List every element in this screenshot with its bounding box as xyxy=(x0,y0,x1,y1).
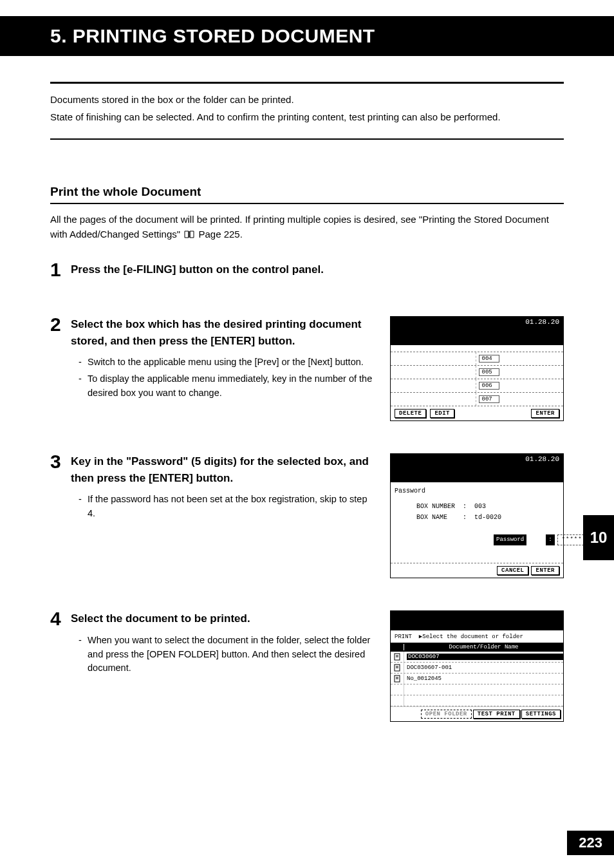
document-icon xyxy=(394,664,400,672)
password-section-label: Password xyxy=(391,486,563,496)
box-number-label: BOX NUMBER xyxy=(416,503,455,510)
step-heading: Key in the "Password" (5 digits) for the… xyxy=(71,453,377,486)
step-bullet: To display the applicable menu immediate… xyxy=(71,372,377,401)
panel-header-blank xyxy=(391,611,563,630)
document-row-empty xyxy=(391,695,563,706)
box-row: 006 xyxy=(391,379,563,393)
box-number: 005 xyxy=(479,368,499,376)
document-select-panel: PRINT ▶Select the document or folder Doc… xyxy=(390,610,564,722)
step-heading: Select the box which has the desired pri… xyxy=(71,316,377,349)
box-number: 004 xyxy=(479,355,499,363)
step-bullet: If the password has not been set at the … xyxy=(71,493,377,521)
box-number: 007 xyxy=(479,395,499,403)
book-icon xyxy=(184,231,194,238)
step-number: 4 xyxy=(50,609,71,628)
chapter-title-bar: 5. PRINTING STORED DOCUMENT xyxy=(0,16,614,56)
breadcrumb-print: PRINT xyxy=(395,634,412,640)
box-select-panel: 01.28.20 004 005 006 007 DELETE xyxy=(390,316,564,421)
delete-button[interactable]: DELETE xyxy=(395,409,426,418)
document-name: DOC030607 xyxy=(407,654,563,660)
section-heading: Print the whole Document xyxy=(50,185,564,204)
chapter-title: 5. PRINTING STORED DOCUMENT xyxy=(50,25,614,47)
enter-button[interactable]: ENTER xyxy=(531,566,559,575)
steps-container: 1 Press the [e-FILING] button on the con… xyxy=(50,261,564,722)
box-name-label: BOX NAME xyxy=(416,514,447,521)
document-icon xyxy=(394,653,400,661)
box-name-value: td-0020 xyxy=(474,514,501,521)
step-bullet-list: When you want to select the document in … xyxy=(71,634,377,675)
panel-button-row: CANCEL ENTER xyxy=(391,563,563,578)
panel-button-row: DELETE EDIT ENTER xyxy=(391,406,563,420)
intro-line-1: Documents stored in the box or the folde… xyxy=(50,93,564,108)
page-number: 223 xyxy=(567,831,614,855)
panel-timestamp: 01.28.20 xyxy=(391,317,563,345)
password-row: Password:***** xyxy=(416,523,557,556)
settings-button[interactable]: SETTINGS xyxy=(521,710,561,719)
step-bullet: Switch to the applicable menu using the … xyxy=(71,355,377,370)
manual-page: 5. PRINTING STORED DOCUMENT Documents st… xyxy=(0,0,614,868)
page-reference: Page 225. xyxy=(198,229,242,240)
test-print-button[interactable]: TEST PRINT xyxy=(473,710,520,719)
password-panel: 01.28.20 Password BOX NUMBER : 003 BOX N… xyxy=(390,453,564,578)
box-number: 006 xyxy=(479,382,499,390)
password-input[interactable]: ***** xyxy=(557,534,587,545)
box-row: 004 xyxy=(391,352,563,366)
box-number-row: BOX NUMBER : 003 xyxy=(416,501,557,512)
document-name: DOC030607-001 xyxy=(404,665,563,671)
box-row: 005 xyxy=(391,366,563,379)
step-bullet-list: Switch to the applicable menu using the … xyxy=(71,355,377,400)
step-4: 4 Select the document to be printed. Whe… xyxy=(50,610,564,722)
panel-timestamp: 01.28.20 xyxy=(391,454,563,482)
step-number: 3 xyxy=(50,452,71,471)
step-number: 2 xyxy=(50,315,71,334)
step-3: 3 Key in the "Password" (5 digits) for t… xyxy=(50,453,564,578)
document-icon xyxy=(394,675,400,683)
panel-button-row: OPEN FOLDER TEST PRINT SETTINGS xyxy=(391,706,563,721)
step-bullet-list: If the password has not been set at the … xyxy=(71,493,377,521)
box-name-row: BOX NAME : td-0020 xyxy=(416,512,557,523)
password-label: Password xyxy=(494,534,526,545)
intro-block: Documents stored in the box or the folde… xyxy=(50,82,564,140)
breadcrumb: PRINT ▶Select the document or folder xyxy=(391,630,563,643)
step-heading: Press the [e-FILING] button on the contr… xyxy=(71,261,564,278)
step-bullet: When you want to select the document in … xyxy=(71,634,377,675)
cancel-button[interactable]: CANCEL xyxy=(497,566,528,575)
column-header-row: Document/Folder Name xyxy=(391,643,563,652)
document-name: No_0012045 xyxy=(404,675,563,682)
edit-button[interactable]: EDIT xyxy=(430,409,454,418)
document-row-selected[interactable]: DOC030607 xyxy=(391,652,563,663)
document-row[interactable]: DOC030607-001 xyxy=(391,663,563,674)
enter-button[interactable]: ENTER xyxy=(531,409,559,418)
section-description: All the pages of the document will be pr… xyxy=(50,212,564,242)
step-1: 1 Press the [e-FILING] button on the con… xyxy=(50,261,564,285)
document-row-empty xyxy=(391,684,563,695)
column-header: Document/Folder Name xyxy=(404,644,563,650)
box-number-value: 003 xyxy=(474,503,486,510)
chapter-tab: 10 xyxy=(583,515,614,560)
section-desc-text: All the pages of the document will be pr… xyxy=(50,214,549,240)
intro-line-2: State of finishing can be selected. And … xyxy=(50,110,564,125)
step-heading: Select the document to be printed. xyxy=(71,610,377,627)
open-folder-button[interactable]: OPEN FOLDER xyxy=(421,710,472,719)
step-2: 2 Select the box which has the desired p… xyxy=(50,316,564,421)
content-area: Documents stored in the box or the folde… xyxy=(50,82,564,722)
step-number: 1 xyxy=(50,260,71,279)
breadcrumb-text: Select the document or folder xyxy=(422,634,523,640)
document-row[interactable]: No_0012045 xyxy=(391,674,563,684)
box-row: 007 xyxy=(391,393,563,406)
